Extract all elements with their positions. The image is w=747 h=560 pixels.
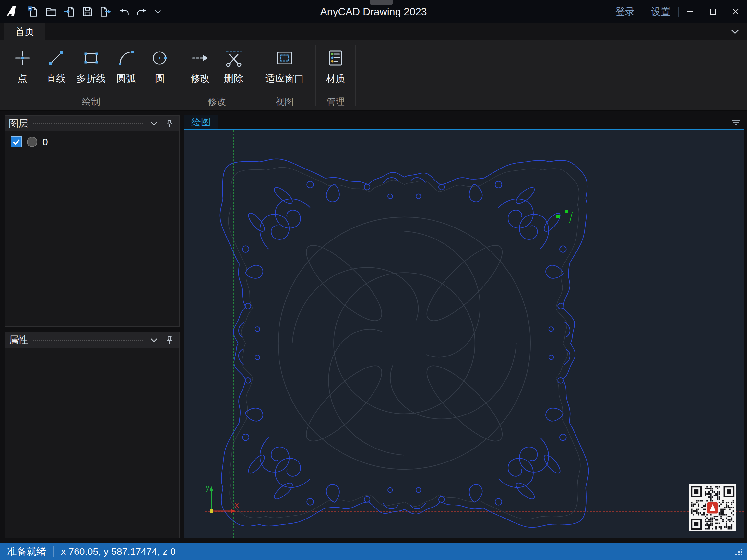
minimize-button[interactable] [679,0,702,23]
y-axis-label: y [206,483,209,491]
selection-handle[interactable] [565,210,568,213]
statusbar-divider [53,546,54,557]
arc-icon [117,49,135,68]
layer-name: 0 [43,136,48,148]
ribbon-button-point[interactable]: 点 [6,45,39,88]
layer-color-swatch[interactable] [27,137,37,147]
title-bar: AnyCAD Drawing 2023 登录 设置 [0,0,747,23]
ribbon-button-label: 圆 [155,72,165,85]
ribbon-button-label: 圆弧 [117,72,136,85]
properties-pin-button[interactable] [164,334,175,346]
ribbon-group-modify: 修改 删除 修改 [180,40,254,110]
redo-button[interactable] [134,3,150,20]
left-panel-column: 图层 [0,111,180,543]
ribbon-group-label-draw: 绘制 [6,95,176,110]
resize-grip-icon [733,547,743,556]
layers-panel-header: 图层 [5,116,179,131]
logo-icon [5,5,19,19]
selection-handle[interactable] [556,215,560,218]
ribbon-button-label: 直线 [46,72,66,85]
import-button[interactable] [61,3,77,20]
properties-collapse-button[interactable] [148,334,160,346]
minimize-icon [686,7,694,16]
layers-panel: 图层 [4,115,180,327]
drawing-canvas[interactable]: y X [184,130,744,538]
ribbon-button-label: 删除 [224,72,243,85]
properties-panel-title: 属性 [9,334,28,347]
ribbon-button-label: 点 [18,72,27,85]
close-button[interactable] [724,0,747,23]
ribbon-button-fit-window[interactable]: 适应窗口 [257,45,312,88]
layers-pin-button[interactable] [164,118,175,129]
new-file-icon [27,6,39,18]
material-icon [326,49,345,68]
layers-panel-title: 图层 [9,117,28,130]
ribbon-button-polyline[interactable]: 多折线 [73,45,109,88]
ribbon-button-line[interactable]: 直线 [40,45,73,88]
fit-window-icon [275,49,294,68]
app-menu-button[interactable] [0,0,24,23]
close-icon [731,7,740,16]
status-text: 准备就绪 [7,545,46,558]
ribbon-button-modify[interactable]: 修改 [183,45,216,88]
ribbon-group-label-manage: 管理 [319,95,352,110]
tab-drawing[interactable]: 绘图 [184,115,218,129]
application-window: AnyCAD Drawing 2023 登录 设置 [0,0,747,560]
document-menu-button[interactable] [728,119,744,126]
pushpin-icon [165,119,174,128]
layer-visibility-checkbox[interactable] [11,136,22,148]
import-icon [63,6,75,18]
status-bar: 准备就绪 x 760.05, y 587.17474, z 0 [0,543,747,560]
undo-icon [118,6,130,18]
ribbon-group-view: 适应窗口 视图 [254,40,315,110]
ribbon-button-material[interactable]: 材质 [319,45,352,88]
polyline-icon [82,49,101,68]
open-file-button[interactable] [44,3,59,20]
main-area: 图层 [0,111,747,543]
lace-cutouts[interactable] [239,178,570,509]
ribbon-group-label-modify: 修改 [183,95,250,110]
new-file-button[interactable] [25,3,41,20]
chevron-down-icon [154,9,161,14]
undo-button[interactable] [116,3,132,20]
maximize-button[interactable] [702,0,724,23]
circle-icon [150,49,169,68]
ribbon-button-delete[interactable]: 删除 [217,45,250,88]
ribbon-group-draw: 点 直线 [3,40,180,110]
properties-body [5,348,179,538]
export-icon [100,6,111,18]
export-button[interactable] [98,3,113,20]
ribbon-button-label: 适应窗口 [265,72,304,85]
filter-list-icon [731,119,741,126]
cursor-coordinates: x 760.05, y 587.17474, z 0 [61,546,176,557]
tab-home[interactable]: 首页 [4,23,45,40]
scissors-icon [224,49,243,68]
resize-grip[interactable] [733,547,743,556]
settings-button[interactable]: 设置 [643,0,678,23]
ornament-geometry[interactable] [184,130,640,538]
more-commands-button[interactable] [152,3,163,20]
login-button[interactable]: 登录 [608,0,643,23]
document-tab-bar: 绘图 [184,115,744,130]
layer-row[interactable]: 0 [11,136,174,148]
maximize-icon [709,7,717,16]
dotted-separator [33,340,143,341]
properties-panel-header: 属性 [5,332,179,348]
ribbon: 点 直线 [0,40,747,111]
chevron-down-icon [731,29,739,34]
save-button[interactable] [80,3,95,20]
ribbon-button-arc[interactable]: 圆弧 [110,45,143,88]
ribbon-collapse-button[interactable] [723,23,747,40]
layers-list: 0 [5,131,179,326]
open-folder-icon [45,6,57,18]
ribbon-button-circle[interactable]: 圆 [143,45,176,88]
line-icon [47,49,66,68]
point-icon [13,49,32,68]
ribbon-group-label-view: 视图 [257,95,312,110]
layers-collapse-button[interactable] [148,118,160,129]
x-axis-label: X [234,501,239,510]
engraving-pattern [228,167,580,519]
ribbon-button-label: 多折线 [77,72,106,85]
titlebar-tab-stub [369,0,393,5]
ribbon-group-manage: 材质 管理 [316,40,355,110]
